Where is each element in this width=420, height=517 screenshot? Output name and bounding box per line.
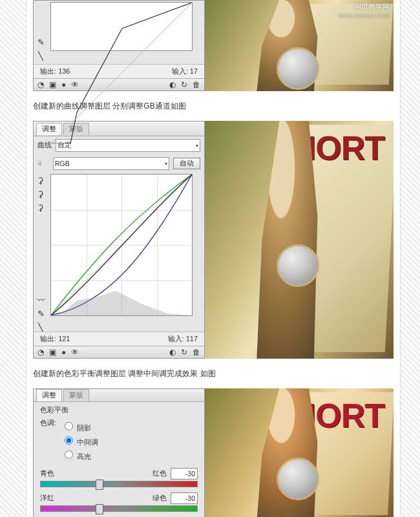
radio-midtones[interactable]: 中间调: [61, 434, 98, 447]
mg-slider[interactable]: [40, 505, 198, 512]
auto-button[interactable]: 自动: [173, 158, 200, 169]
cyan-label: 青色: [40, 469, 57, 478]
cr-value[interactable]: -30: [171, 468, 198, 480]
watermark: 网页教学网WWW.WEBJX.COM: [339, 3, 390, 20]
hand-icon[interactable]: ☟: [37, 160, 49, 167]
mask-icon[interactable]: ●: [61, 348, 66, 357]
curves-graph-2[interactable]: [50, 174, 193, 316]
crop-icon[interactable]: ▣: [49, 348, 56, 357]
color-balance-panel: 调整 蒙版 色彩平衡 色调: 阴影 中间调 高光 青色 红色 -30 洋红 绿色…: [33, 388, 205, 517]
eyedropper-black-icon[interactable]: ⚳: [37, 176, 44, 185]
trash-icon[interactable]: 🗑: [193, 80, 200, 89]
preview-1: 网页教学网WWW.WEBJX.COM: [205, 0, 394, 91]
radio-highlights[interactable]: 高光: [61, 448, 98, 461]
red-label: 红色: [150, 469, 167, 478]
step-text-3: 创建新的色彩平衡调整图层 调整中间调完成效果 如图: [33, 366, 394, 381]
green-label: 绿色: [150, 494, 167, 503]
curves-label: 曲线: [37, 141, 52, 150]
mg-value[interactable]: -30: [171, 492, 198, 504]
pencil-icon[interactable]: ✎: [37, 38, 45, 47]
curves-tools-2: ⚳ ⚳ ⚳ 〰 ✎ ╲: [34, 173, 48, 332]
reset-icon[interactable]: ↻: [181, 348, 187, 357]
prev-icon[interactable]: ◐: [169, 348, 176, 357]
channel-select[interactable]: RGB: [53, 157, 169, 170]
panel-footer-2: ◔▣●👁 ◐↻🗑: [34, 346, 204, 358]
radio-shadows[interactable]: 阴影: [61, 420, 98, 433]
curves-panel-2: 调整 蒙版 曲线 自定 ☟ RGB 自动 ⚳ ⚳ ⚳ 〰 ✎ ╲: [33, 121, 205, 359]
curves-io-row-2: 输出: 121 输入: 117: [34, 332, 204, 346]
eyedropper-gray-icon[interactable]: ⚳: [37, 190, 44, 198]
curves-tools: ✎ ╲: [34, 1, 48, 64]
tab-mask[interactable]: 蒙版: [63, 389, 89, 401]
preview-3: HORT: [205, 388, 394, 517]
tone-label: 色调:: [40, 419, 56, 463]
curve-point-icon[interactable]: 〰: [37, 296, 45, 304]
smooth-icon[interactable]: ╲: [38, 323, 43, 332]
eyedropper-white-icon[interactable]: ⚳: [37, 204, 44, 212]
pencil-icon[interactable]: ✎: [37, 310, 45, 318]
curves-graph-1[interactable]: [50, 2, 193, 51]
eye-icon[interactable]: 👁: [71, 348, 79, 357]
zoom-icon[interactable]: ◔: [37, 348, 44, 357]
cr-slider[interactable]: [40, 481, 198, 487]
cb-title: 色彩平衡: [40, 406, 198, 415]
zoom-icon[interactable]: ◔: [37, 80, 44, 89]
smooth-icon[interactable]: ╲: [38, 52, 43, 60]
curves-panel-1: ✎ ╲ 输出: 136 输入: 17 ◔ ▣ ● 👁 ◐ ↻ 🗑: [33, 0, 205, 91]
trash-icon[interactable]: 🗑: [193, 348, 200, 357]
preview-2: HORT: [205, 121, 394, 359]
magenta-label: 洋红: [40, 494, 57, 503]
tab-adjust[interactable]: 调整: [36, 389, 62, 401]
